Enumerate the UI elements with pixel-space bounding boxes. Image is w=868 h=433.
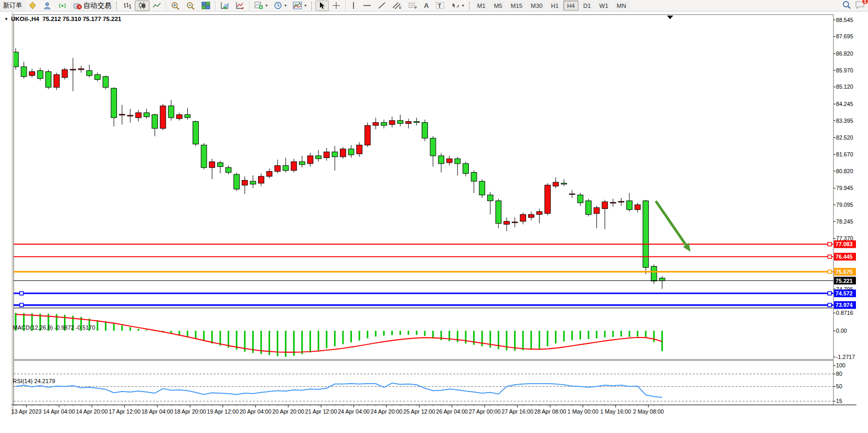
- search-icon[interactable]: [842, 1, 851, 10]
- svg-text:27 Apr 00:00: 27 Apr 00:00: [469, 408, 501, 415]
- timeframe-m15[interactable]: M15: [507, 1, 526, 10]
- toolbar-grip: [311, 2, 314, 10]
- macd-pane[interactable]: 0.87160.00-1.2717: [14, 309, 855, 360]
- timeframe-group: M1M5M15M30H1H4D1W1MN: [473, 1, 630, 10]
- horizontal-line-tool-icon[interactable]: [360, 1, 374, 11]
- svg-text:87.695: 87.695: [836, 33, 853, 39]
- svg-text:17 Apr 12:00: 17 Apr 12:00: [109, 408, 141, 415]
- timeframe-m30[interactable]: M30: [527, 1, 546, 10]
- chevron-down-icon[interactable]: ▾: [304, 3, 306, 8]
- svg-text:13 Apr 2023: 13 Apr 2023: [11, 408, 41, 415]
- chart-window[interactable]: 88.54587.69586.82085.97085.12084.24583.3…: [0, 12, 868, 433]
- chevron-down-icon[interactable]: ▾: [265, 3, 267, 8]
- svg-text:T: T: [438, 3, 441, 9]
- signals-icon[interactable]: [55, 1, 70, 11]
- chevron-down-icon[interactable]: ▾: [462, 3, 464, 8]
- svg-text:85.120: 85.120: [836, 83, 853, 90]
- candlestick-type-icon[interactable]: [135, 1, 149, 11]
- main-toolbar: 新订单 自动交易: [0, 0, 868, 12]
- svg-text:82.520: 82.520: [836, 134, 853, 141]
- timeframe-m5[interactable]: M5: [490, 1, 506, 10]
- toolbar-grip: [469, 2, 471, 10]
- svg-text:76.445: 76.445: [835, 254, 853, 260]
- chart-title-row: ▼ UKOil-,H4 75.212 75.310 75.177 75.221: [4, 16, 121, 22]
- svg-text:20 Apr 20:00: 20 Apr 20:00: [272, 408, 304, 415]
- svg-text:24 Apr 04:00: 24 Apr 04:00: [338, 408, 370, 415]
- timeframe-w1[interactable]: W1: [596, 1, 612, 10]
- quick-trade-collapse-icon[interactable]: ▼: [4, 17, 8, 22]
- svg-text:19 Apr 12:00: 19 Apr 12:00: [207, 408, 239, 415]
- text-label-tool-icon[interactable]: T: [432, 1, 448, 11]
- svg-text:83.395: 83.395: [836, 118, 853, 124]
- tile-windows-icon[interactable]: [198, 1, 213, 11]
- svg-text:85.970: 85.970: [836, 67, 853, 73]
- svg-text:77.083: 77.083: [835, 241, 853, 247]
- svg-text:21 Apr 12:00: 21 Apr 12:00: [305, 408, 337, 415]
- fibonacci-tool-icon[interactable]: F: [405, 1, 421, 11]
- svg-text:14 Apr 20:00: 14 Apr 20:00: [76, 408, 108, 415]
- svg-text:79.095: 79.095: [836, 202, 853, 208]
- svg-text:80.820: 80.820: [836, 168, 853, 174]
- svg-text:24 Apr 20:00: 24 Apr 20:00: [371, 408, 403, 415]
- svg-text:75.675: 75.675: [835, 269, 853, 275]
- svg-text:1 May 16:00: 1 May 16:00: [600, 408, 631, 415]
- svg-text:84.245: 84.245: [836, 101, 853, 107]
- svg-text:18 Apr 20:00: 18 Apr 20:00: [174, 408, 206, 415]
- trendline-tool-icon[interactable]: [374, 1, 389, 11]
- svg-text:-1.2717: -1.2717: [836, 354, 855, 360]
- svg-text:74.572: 74.572: [835, 290, 853, 297]
- svg-text:14 Apr 04:00: 14 Apr 04:00: [43, 408, 75, 415]
- mql5-diamond-icon[interactable]: [25, 1, 40, 11]
- svg-text:20 Apr 04:00: 20 Apr 04:00: [240, 408, 272, 415]
- svg-text:100: 100: [836, 362, 845, 368]
- svg-text:81.670: 81.670: [836, 151, 853, 157]
- rsi-pane[interactable]: 100805015: [14, 361, 845, 405]
- timeframe-h1[interactable]: H1: [547, 1, 562, 10]
- svg-text:26 Apr 04:00: 26 Apr 04:00: [436, 408, 468, 415]
- period-clock-button[interactable]: ▾: [271, 1, 290, 11]
- svg-text:28 Apr 08:00: 28 Apr 08:00: [534, 408, 566, 415]
- new-chart-button[interactable]: ▾: [251, 1, 271, 11]
- zoom-out-icon[interactable]: [183, 1, 198, 11]
- timeframe-mn[interactable]: MN: [613, 1, 630, 10]
- svg-text:80: 80: [836, 371, 842, 377]
- community-profile-icon[interactable]: [40, 1, 55, 11]
- svg-text:1 May 00:00: 1 May 00:00: [567, 408, 598, 415]
- text-tool-icon[interactable]: A: [421, 1, 432, 11]
- svg-text:27 Apr 16:00: 27 Apr 16:00: [501, 408, 533, 415]
- svg-text:18 Apr 04:00: 18 Apr 04:00: [142, 408, 174, 415]
- timeframe-d1[interactable]: D1: [580, 1, 595, 10]
- svg-text:78.245: 78.245: [836, 218, 853, 225]
- zoom-in-icon[interactable]: [168, 1, 183, 11]
- macd-indicator-label: MACD(12,26,9) -0.9872 -0.5170: [3, 318, 95, 337]
- svg-text:0.00: 0.00: [836, 328, 847, 334]
- rsi-indicator-label: RSI(14) 24.2179: [3, 372, 55, 390]
- cursor-tool-icon[interactable]: [315, 1, 329, 11]
- svg-text:50: 50: [836, 383, 842, 389]
- chart-template-button[interactable]: ▾: [290, 1, 309, 11]
- vertical-line-tool-icon[interactable]: [347, 1, 360, 11]
- chart-canvas[interactable]: 88.54587.69586.82085.97085.12084.24583.3…: [0, 12, 868, 433]
- window-left-border: [12, 13, 14, 415]
- chat-unread-badge: 1: [862, 0, 868, 5]
- svg-text:73.974: 73.974: [835, 302, 853, 308]
- arrows-shapes-tool-icon[interactable]: ▾: [448, 1, 467, 11]
- bar-chart-type-icon[interactable]: [120, 1, 135, 11]
- crosshair-tool-icon[interactable]: [329, 1, 344, 11]
- new-order-button[interactable]: 新订单: [0, 1, 25, 11]
- timeframe-m1[interactable]: M1: [474, 1, 489, 10]
- line-chart-type-icon[interactable]: [149, 1, 164, 11]
- metatrader-window: 新订单 自动交易: [0, 0, 868, 433]
- main-price-pane[interactable]: 88.54587.69586.82085.97085.12084.24583.3…: [13, 15, 856, 309]
- equidistant-channel-tool-icon[interactable]: E: [389, 1, 405, 11]
- toolbar-grip: [116, 2, 119, 10]
- svg-text:0.8716: 0.8716: [836, 310, 853, 316]
- indicator-list-icon[interactable]: [232, 1, 248, 11]
- strategy-tester-icon[interactable]: [217, 1, 232, 11]
- chevron-down-icon[interactable]: ▾: [284, 3, 286, 8]
- svg-text:75.221: 75.221: [835, 278, 853, 284]
- auto-trading-button[interactable]: 自动交易: [70, 1, 114, 11]
- chat-icon[interactable]: 1: [855, 1, 865, 10]
- svg-text:15: 15: [836, 398, 842, 404]
- timeframe-h4[interactable]: H4: [563, 1, 578, 10]
